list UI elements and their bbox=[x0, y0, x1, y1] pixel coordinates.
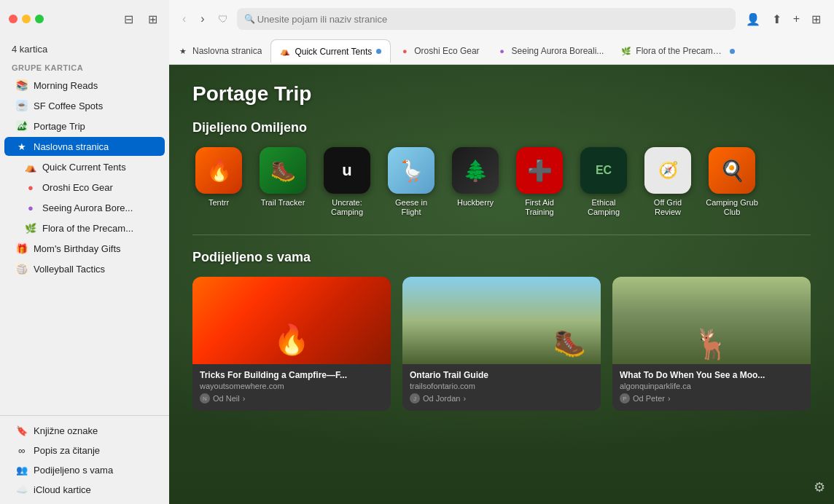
forward-button[interactable]: › bbox=[196, 9, 208, 28]
uncrate-label: Uncrate: Camping bbox=[321, 198, 373, 217]
sidebar-item-morning-reads[interactable]: 📚 Morning Reads bbox=[4, 76, 165, 95]
sidebar-shared-with-you[interactable]: 👥 Podijeljeno s vama bbox=[4, 460, 165, 479]
search-icon: 🔍 bbox=[244, 14, 255, 24]
sidebar-reading-list[interactable]: ∞ Popis za čitanje bbox=[4, 441, 165, 460]
favorite-item-uncrate[interactable]: u Uncrate: Camping bbox=[321, 147, 373, 217]
tab-favicon-naslovna: ★ bbox=[178, 46, 188, 56]
add-tab-button[interactable]: + bbox=[789, 9, 804, 28]
favorite-item-geese[interactable]: 🪿 Geese in Flight bbox=[385, 147, 437, 217]
sidebar-item-volleyball[interactable]: 🏐 Volleyball Tactics bbox=[4, 259, 165, 278]
sidebar-toggle-button[interactable]: ⊟ bbox=[121, 11, 136, 28]
card-from-trail: J Od Jordan › bbox=[410, 393, 593, 403]
fullscreen-button[interactable] bbox=[35, 15, 44, 23]
off-grid-label: Off Grid Review bbox=[642, 198, 694, 217]
groups-section-label: Grupe kartica bbox=[0, 58, 169, 75]
sidebar-item-seeing-aurora[interactable]: ● Seeing Aurora Bore... bbox=[4, 198, 165, 217]
minimize-button[interactable] bbox=[22, 15, 31, 23]
tab-naslovna[interactable]: ★ Naslovna stranica bbox=[169, 39, 270, 63]
favorite-item-tentrr[interactable]: 🔥 Tentrr bbox=[192, 147, 245, 217]
browser-chrome: ‹ › 🛡 🔍 👤 ⬆ + ⊞ ★ Naslovna stranica ⛺ Qu bbox=[169, 0, 834, 65]
toolbar-row: ‹ › 🛡 🔍 👤 ⬆ + ⊞ bbox=[169, 0, 834, 38]
tab-flora-precamb[interactable]: 🌿 Flora of the Precambi... bbox=[612, 39, 744, 63]
volleyball-icon: 🏐 bbox=[16, 263, 28, 275]
favorite-item-trail-tracker[interactable]: 🥾 Trail Tracker bbox=[257, 147, 309, 217]
sidebar-item-oroshi-eco[interactable]: ● Oroshi Eco Gear bbox=[4, 178, 165, 197]
tab-seeing-aurora[interactable]: ● Seeing Aurora Boreali... bbox=[488, 39, 613, 63]
morning-reads-icon: 📚 bbox=[16, 79, 28, 91]
favorites-grid: 🔥 Tentrr 🥾 Trail Tracker u Uncrate: Camp… bbox=[192, 147, 811, 217]
address-bar-input[interactable] bbox=[237, 8, 736, 30]
avatar-jordan: J bbox=[410, 393, 420, 403]
card-info-campfire: Tricks For Building a Campfire—F... wayo… bbox=[192, 364, 391, 411]
favorite-item-ethical-camping[interactable]: EC Ethical Camping bbox=[577, 147, 630, 217]
tab-dot-quick-current bbox=[376, 49, 381, 54]
sidebar-icloud-tabs[interactable]: ☁️ iCloud kartice bbox=[4, 480, 165, 499]
card-trail[interactable]: Ontario Trail Guide trailsofontario.com … bbox=[402, 277, 601, 411]
sidebar-item-flora-precam[interactable]: 🌿 Flora of the Precam... bbox=[4, 218, 165, 237]
sidebar-item-naslovna[interactable]: ★ Naslovna stranica bbox=[4, 137, 165, 156]
favorite-item-first-aid[interactable]: ➕ First Aid Training bbox=[513, 147, 566, 217]
icloud-tabs-icon: ☁️ bbox=[16, 484, 28, 495]
sidebar-item-moms-birthday[interactable]: 🎁 Mom's Birthday Gifts bbox=[4, 239, 165, 258]
sidebar-titlebar: ⊟ ⊞ bbox=[0, 0, 169, 38]
card-image-trail bbox=[402, 277, 601, 364]
favorite-item-camping-grub[interactable]: 🍳 Camping Grub Club bbox=[706, 147, 758, 217]
content-scroll: Portage Trip Dijeljeno Omiljeno 🔥 Tentrr… bbox=[169, 65, 834, 504]
shield-button[interactable]: 🛡 bbox=[215, 10, 231, 28]
sidebar-item-portage-trip[interactable]: 🏕 Portage Trip bbox=[4, 117, 165, 135]
trail-tracker-icon: 🥾 bbox=[260, 147, 306, 194]
tab-overview-button[interactable]: ⊞ bbox=[807, 9, 825, 29]
favorite-item-huckberry[interactable]: 🌲 Huckberry bbox=[449, 147, 502, 217]
favorites-section-title: Dijeljeno Omiljeno bbox=[192, 120, 811, 135]
first-aid-icon: ➕ bbox=[516, 147, 563, 194]
tab-oroshi-eco[interactable]: ● Oroshi Eco Gear bbox=[391, 39, 488, 63]
tabs-row: ★ Naslovna stranica ⛺ Quick Current Tent… bbox=[169, 38, 834, 64]
tabs-count: 4 kartica bbox=[0, 38, 169, 58]
tab-quick-current-tents[interactable]: ⛺ Quick Current Tents bbox=[270, 39, 391, 63]
seeing-aurora-icon: ● bbox=[25, 202, 36, 213]
favorite-item-off-grid[interactable]: 🧭 Off Grid Review bbox=[642, 147, 694, 217]
profile-button[interactable]: 👤 bbox=[741, 9, 765, 29]
toolbar-right-buttons: 👤 ⬆ + ⊞ bbox=[741, 9, 825, 29]
tab-favicon-oroshi: ● bbox=[400, 46, 410, 56]
huckberry-label: Huckberry bbox=[457, 198, 494, 208]
card-domain-moose: algonquinparklife.ca bbox=[620, 382, 803, 390]
page-title: Portage Trip bbox=[192, 82, 811, 106]
avatar-peter: P bbox=[620, 393, 630, 403]
shared-with-you-icon: 👥 bbox=[16, 464, 28, 476]
card-title-trail: Ontario Trail Guide bbox=[410, 370, 593, 380]
off-grid-icon: 🧭 bbox=[644, 147, 691, 194]
section-divider bbox=[192, 235, 811, 235]
avatar-neil: N bbox=[200, 393, 210, 403]
camping-grub-label: Camping Grub Club bbox=[706, 198, 758, 217]
back-button[interactable]: ‹ bbox=[178, 9, 190, 28]
sidebar-item-quick-current-tents[interactable]: ⛺ Quick Current Tents bbox=[4, 157, 165, 176]
shared-section-title: Podijeljeno s vama bbox=[192, 250, 811, 265]
flora-icon: 🌿 bbox=[25, 222, 36, 234]
geese-icon: 🪿 bbox=[388, 147, 434, 194]
portage-trip-icon: 🏕 bbox=[16, 120, 28, 132]
close-button[interactable] bbox=[9, 15, 17, 23]
ethical-camping-icon: EC bbox=[580, 147, 627, 194]
sidebar-item-sf-coffee[interactable]: ☕ SF Coffee Spots bbox=[4, 96, 165, 115]
card-image-campfire bbox=[192, 277, 391, 364]
content-area: Portage Trip Dijeljeno Omiljeno 🔥 Tentrr… bbox=[169, 65, 834, 504]
card-domain-campfire: wayoutsomewhere.com bbox=[200, 382, 383, 390]
uncrate-icon: u bbox=[324, 147, 370, 194]
first-aid-label: First Aid Training bbox=[513, 198, 566, 217]
sidebar-bookmarks[interactable]: 🔖 Knjižne oznake bbox=[4, 421, 165, 440]
ethical-camping-label: Ethical Camping bbox=[577, 198, 630, 217]
new-tab-button[interactable]: ⊞ bbox=[145, 11, 160, 28]
settings-button[interactable]: ⚙ bbox=[814, 479, 825, 495]
card-image-moose bbox=[612, 277, 811, 364]
card-campfire[interactable]: Tricks For Building a Campfire—F... wayo… bbox=[192, 277, 391, 411]
naslovna-icon: ★ bbox=[16, 141, 28, 152]
quick-current-tents-icon: ⛺ bbox=[25, 161, 36, 173]
card-info-trail: Ontario Trail Guide trailsofontario.com … bbox=[402, 364, 601, 411]
huckberry-icon: 🌲 bbox=[452, 147, 499, 194]
tab-favicon-flora: 🌿 bbox=[621, 46, 631, 56]
reading-list-icon: ∞ bbox=[16, 444, 28, 456]
card-from-campfire: N Od Neil › bbox=[200, 393, 383, 403]
card-moose[interactable]: What To Do When You See a Moo... algonqu… bbox=[612, 277, 811, 411]
share-button[interactable]: ⬆ bbox=[768, 9, 786, 29]
